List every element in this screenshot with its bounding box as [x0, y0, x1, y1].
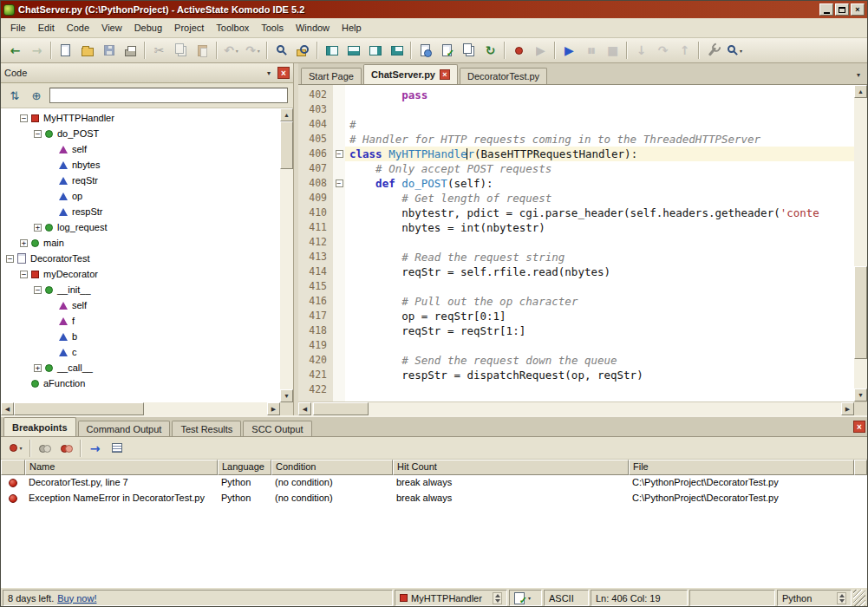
editor-tab-chatserver-py[interactable]: ChatServer.py× — [363, 64, 458, 84]
tree-item-decoratortest[interactable]: −DecoratorTest — [1, 251, 280, 266]
paste-button[interactable] — [192, 40, 213, 61]
tree-expander-plus-icon[interactable]: + — [20, 239, 28, 247]
editor-hscroll-track[interactable] — [311, 402, 841, 415]
close-button[interactable]: × — [851, 3, 865, 16]
menu-item-view[interactable]: View — [95, 20, 128, 36]
column-header-file[interactable]: File — [629, 460, 854, 475]
tree-vscroll-thumb[interactable] — [280, 121, 293, 169]
tree-item-c[interactable]: c — [1, 344, 280, 360]
toggle-breakpoint-state-button[interactable] — [55, 438, 77, 459]
toolbox-button[interactable] — [702, 40, 724, 61]
code-view[interactable]: 402 pass403404#405# Handler for HTTP req… — [298, 85, 854, 401]
show-right-pane-button[interactable] — [364, 40, 386, 61]
column-header-language[interactable]: Language — [218, 460, 271, 475]
delete-breakpoint-button[interactable] — [34, 438, 55, 459]
scroll-down-icon[interactable]: ▼ — [280, 389, 293, 402]
sort-icon[interactable]: ⇅ — [6, 87, 23, 104]
tree-item-log-request[interactable]: +log_request — [1, 219, 280, 235]
code-line[interactable]: 420 # Send the request down the queue — [298, 353, 854, 368]
panel-close-button[interactable]: × — [277, 67, 290, 79]
scroll-up-icon[interactable]: ▲ — [854, 85, 867, 98]
code-line[interactable]: 422 — [298, 382, 854, 397]
code-line[interactable]: 415 — [298, 279, 854, 294]
locate-icon[interactable]: ⊕ — [28, 87, 45, 104]
output-pane-close-button[interactable]: × — [853, 421, 865, 433]
scroll-right-icon[interactable]: ▶ — [267, 402, 280, 415]
code-line[interactable]: 412 — [298, 235, 854, 250]
cut-button[interactable]: ✂ — [148, 40, 170, 61]
menu-item-file[interactable]: File — [4, 20, 32, 36]
tree-expander-plus-icon[interactable]: + — [34, 224, 42, 232]
editor-hscroll-thumb[interactable] — [313, 402, 369, 415]
breakpoint-row[interactable]: Exception NameError in DecoratorTest.pyP… — [1, 491, 867, 506]
debug-stop-button[interactable]: ■ — [602, 40, 623, 61]
code-line[interactable]: 414 reqStr = self.rfile.read(nbytes) — [298, 264, 854, 279]
undo-button[interactable]: ↶▾ — [220, 40, 242, 61]
tree-item-b[interactable]: b — [1, 329, 280, 344]
tree-item-f[interactable]: f — [1, 313, 280, 329]
tab-list-dropdown-icon[interactable]: ▾ — [852, 68, 865, 82]
dialog-chooser-button[interactable]: ▾ — [724, 40, 746, 61]
tree-expander-minus-icon[interactable]: − — [20, 271, 28, 278]
code-line[interactable]: 410 nbytestr, pdict = cgi.parse_header(s… — [298, 206, 854, 220]
language-spinner-icon[interactable] — [837, 592, 846, 604]
show-bottom-pane-button[interactable] — [343, 40, 364, 61]
back-button[interactable]: ← — [4, 40, 26, 61]
macro-record-button[interactable] — [508, 40, 530, 61]
find-in-files-button[interactable] — [292, 40, 314, 61]
column-header-hit-count[interactable]: Hit Count — [393, 460, 629, 475]
code-line[interactable]: 402 pass — [298, 88, 854, 102]
encoding-segment[interactable]: ASCII — [544, 590, 589, 606]
tree-horizontal-scrollbar[interactable]: ◀ ▶ — [1, 402, 280, 415]
macro-play-button[interactable]: ▶ — [530, 40, 551, 61]
scroll-left-icon[interactable]: ◀ — [1, 402, 14, 415]
menu-item-window[interactable]: Window — [290, 20, 336, 36]
buy-now-link[interactable]: Buy now! — [57, 593, 96, 604]
menu-item-toolbox[interactable]: Toolbox — [210, 20, 255, 36]
editor-vertical-scrollbar[interactable]: ▲ ▼ — [854, 85, 867, 401]
column-header-condition[interactable]: Condition — [271, 460, 393, 475]
output-tab-scc-output[interactable]: SCC Output — [243, 421, 311, 436]
tree-expander-minus-icon[interactable]: − — [20, 114, 28, 122]
redo-button[interactable]: ↷▾ — [242, 40, 264, 61]
tree-expander-minus-icon[interactable]: − — [34, 286, 42, 294]
step-in-button[interactable]: ↓ — [630, 40, 652, 61]
menu-item-tools[interactable]: Tools — [255, 20, 290, 36]
open-file-button[interactable] — [76, 40, 98, 61]
tree-item-op[interactable]: op — [1, 188, 280, 204]
output-tab-breakpoints[interactable]: Breakpoints — [3, 417, 76, 436]
tree-item-do-post[interactable]: −do_POST — [1, 126, 280, 141]
code-line[interactable]: 418 reqStr = reqStr[1:] — [298, 323, 854, 338]
column-header-blank[interactable] — [1, 460, 25, 475]
code-line[interactable]: 413 # Read the request string — [298, 250, 854, 264]
tree-hscroll-track[interactable] — [14, 402, 267, 415]
show-left-pane-button[interactable] — [321, 40, 343, 61]
tree-hscroll-thumb[interactable] — [14, 402, 144, 415]
tree-expander-plus-icon[interactable]: + — [34, 364, 42, 372]
code-line[interactable]: 406−class MyHTTPHandler(BaseHTTPRequestH… — [298, 147, 854, 161]
save-button[interactable] — [98, 40, 120, 61]
tree-item-mydecorator[interactable]: −myDecorator — [1, 266, 280, 282]
find-button[interactable] — [271, 40, 292, 61]
debug-pause-button[interactable]: ▮▮ — [580, 40, 602, 61]
code-filter-input[interactable] — [49, 88, 288, 103]
output-tab-test-results[interactable]: Test Results — [172, 421, 241, 436]
tree-expander-minus-icon[interactable]: − — [34, 130, 42, 138]
breakpoint-row[interactable]: DecoratorTest.py, line 7Python(no condit… — [1, 475, 867, 491]
tree-vertical-scrollbar[interactable]: ▲ ▼ — [280, 108, 293, 402]
output-tab-command-output[interactable]: Command Output — [78, 421, 171, 436]
tree-item-respstr[interactable]: respStr — [1, 204, 280, 219]
code-line[interactable]: 409 # Get length of request — [298, 191, 854, 206]
step-out-button[interactable]: ↑ — [674, 40, 695, 61]
print-button[interactable] — [120, 40, 141, 61]
copy-button[interactable] — [170, 40, 192, 61]
code-line[interactable]: 403 — [298, 102, 854, 117]
tree-item-main[interactable]: +main — [1, 235, 280, 251]
code-line[interactable]: 404# — [298, 117, 854, 132]
code-line[interactable]: 407 # Only accept POST requests — [298, 161, 854, 176]
scroll-right-icon[interactable]: ▶ — [841, 402, 854, 415]
language-segment[interactable]: Python — [777, 590, 852, 606]
compare-files-button[interactable] — [458, 40, 480, 61]
preview-buffer-button[interactable] — [414, 40, 436, 61]
show-all-panes-button[interactable] — [386, 40, 408, 61]
